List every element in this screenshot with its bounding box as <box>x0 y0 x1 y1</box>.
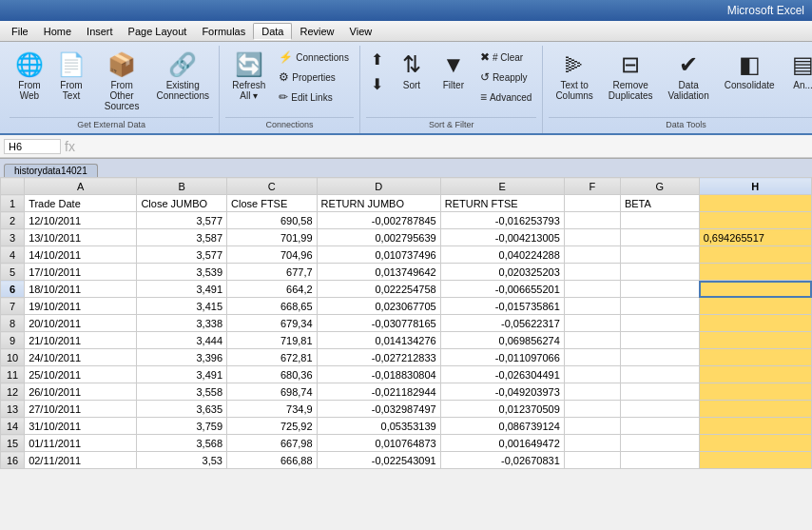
consolidate-button[interactable]: ◧ Consolidate <box>718 48 782 94</box>
sort-button[interactable]: ⇅ Sort <box>392 48 432 94</box>
cell-C11[interactable]: 680,36 <box>227 366 318 383</box>
existing-connections-button[interactable]: 🔗 ExistingConnections <box>152 48 213 105</box>
cell-B1[interactable]: Close JUMBO <box>137 195 227 212</box>
cell-A15[interactable]: 01/11/2011 <box>25 435 137 452</box>
cell-C12[interactable]: 698,74 <box>227 383 318 401</box>
cell-G2[interactable] <box>620 212 699 229</box>
col-header-F[interactable]: F <box>564 178 620 195</box>
cell-F12[interactable] <box>564 383 620 401</box>
cell-G4[interactable] <box>620 246 699 264</box>
cell-C7[interactable]: 668,65 <box>227 298 318 315</box>
cell-H9[interactable] <box>699 332 811 349</box>
cell-F1[interactable] <box>564 195 620 212</box>
cell-D15[interactable]: 0,010764873 <box>317 435 440 452</box>
cell-C5[interactable]: 677,7 <box>227 264 318 281</box>
properties-button[interactable]: ⚙ Properties <box>274 68 354 87</box>
cell-A12[interactable]: 26/10/2011 <box>25 383 137 401</box>
cell-H12[interactable] <box>699 383 811 401</box>
cell-C14[interactable]: 725,92 <box>227 418 318 435</box>
cell-D13[interactable]: -0,032987497 <box>317 401 440 418</box>
formula-input[interactable] <box>79 141 808 152</box>
col-header-G[interactable]: G <box>620 178 699 195</box>
cell-G6[interactable] <box>620 281 699 298</box>
cell-C13[interactable]: 734,9 <box>227 401 318 418</box>
cell-E8[interactable]: -0,05622317 <box>440 315 564 332</box>
from-web-button[interactable]: 🌐 FromWeb <box>10 48 49 105</box>
cell-F11[interactable] <box>564 366 620 383</box>
cell-B6[interactable]: 3,491 <box>137 281 227 298</box>
cell-F2[interactable] <box>564 212 620 229</box>
cell-C3[interactable]: 701,99 <box>227 229 318 246</box>
cell-H14[interactable] <box>699 418 811 435</box>
cell-F8[interactable] <box>564 315 620 332</box>
cell-B9[interactable]: 3,444 <box>137 332 227 349</box>
menu-formulas[interactable]: Formulas <box>194 24 253 39</box>
cell-G8[interactable] <box>620 315 699 332</box>
remove-duplicates-button[interactable]: ⊟ RemoveDuplicates <box>602 48 660 105</box>
cell-A3[interactable]: 13/10/2011 <box>25 229 137 246</box>
cell-F3[interactable] <box>564 229 620 246</box>
cell-D12[interactable]: -0,021182944 <box>317 383 440 401</box>
cell-C15[interactable]: 667,98 <box>227 435 318 452</box>
edit-links-button[interactable]: ✏ Edit Links <box>274 88 354 107</box>
cell-D16[interactable]: -0,022543091 <box>317 452 440 469</box>
cell-D3[interactable]: 0,002795639 <box>317 229 440 246</box>
cell-E5[interactable]: 0,020325203 <box>440 264 564 281</box>
menu-insert[interactable]: Insert <box>79 24 121 39</box>
cell-C2[interactable]: 690,58 <box>227 212 318 229</box>
cell-C4[interactable]: 704,96 <box>227 246 318 264</box>
cell-A9[interactable]: 21/10/2011 <box>25 332 137 349</box>
cell-H11[interactable] <box>699 366 811 383</box>
menu-review[interactable]: Review <box>292 24 341 39</box>
data-validation-button[interactable]: ✔ DataValidation <box>662 48 716 105</box>
col-header-C[interactable]: C <box>227 178 318 195</box>
cell-E2[interactable]: -0,016253793 <box>440 212 564 229</box>
cell-B5[interactable]: 3,539 <box>137 264 227 281</box>
cell-D11[interactable]: -0,018830804 <box>317 366 440 383</box>
cell-H2[interactable] <box>699 212 811 229</box>
cell-E10[interactable]: -0,011097066 <box>440 349 564 366</box>
cell-E3[interactable]: -0,004213005 <box>440 229 564 246</box>
cell-B10[interactable]: 3,396 <box>137 349 227 366</box>
refresh-all-button[interactable]: 🔄 RefreshAll ▾ <box>225 48 272 105</box>
cell-A8[interactable]: 20/10/2011 <box>25 315 137 332</box>
cell-E9[interactable]: 0,069856274 <box>440 332 564 349</box>
cell-A10[interactable]: 24/10/2011 <box>25 349 137 366</box>
cell-A5[interactable]: 17/10/2011 <box>25 264 137 281</box>
cell-B16[interactable]: 3,53 <box>137 452 227 469</box>
cell-B7[interactable]: 3,415 <box>137 298 227 315</box>
cell-F5[interactable] <box>564 264 620 281</box>
cell-H16[interactable] <box>699 452 811 469</box>
cell-A14[interactable]: 31/10/2011 <box>25 418 137 435</box>
cell-H1[interactable] <box>699 195 811 212</box>
cell-D4[interactable]: 0,010737496 <box>317 246 440 264</box>
cell-F4[interactable] <box>564 246 620 264</box>
cell-D6[interactable]: 0,022254758 <box>317 281 440 298</box>
cell-B14[interactable]: 3,759 <box>137 418 227 435</box>
connections-button[interactable]: ⚡ Connections <box>274 48 354 67</box>
cell-D10[interactable]: -0,027212833 <box>317 349 440 366</box>
cell-A16[interactable]: 02/11/2011 <box>25 452 137 469</box>
cell-A2[interactable]: 12/10/2011 <box>25 212 137 229</box>
cell-H10[interactable] <box>699 349 811 366</box>
cell-A7[interactable]: 19/10/2011 <box>25 298 137 315</box>
cell-H4[interactable] <box>699 246 811 264</box>
cell-E14[interactable]: 0,086739124 <box>440 418 564 435</box>
cell-C6[interactable]: 664,2 <box>227 281 318 298</box>
cell-F7[interactable] <box>564 298 620 315</box>
sheet-tab[interactable]: historydata14021 <box>4 164 98 177</box>
cell-B2[interactable]: 3,577 <box>137 212 227 229</box>
cell-G16[interactable] <box>620 452 699 469</box>
col-header-H[interactable]: H <box>699 178 811 195</box>
cell-G11[interactable] <box>620 366 699 383</box>
from-text-button[interactable]: 📄 FromText <box>51 48 91 105</box>
cell-A6[interactable]: 18/10/2011 <box>25 281 137 298</box>
cell-D5[interactable]: 0,013749642 <box>317 264 440 281</box>
cell-H15[interactable] <box>699 435 811 452</box>
menu-home[interactable]: Home <box>36 24 79 39</box>
cell-G13[interactable] <box>620 401 699 418</box>
clear-button[interactable]: ✖ # Clear <box>475 48 537 67</box>
cell-H8[interactable] <box>699 315 811 332</box>
cell-E4[interactable]: 0,040224288 <box>440 246 564 264</box>
cell-C10[interactable]: 672,81 <box>227 349 318 366</box>
